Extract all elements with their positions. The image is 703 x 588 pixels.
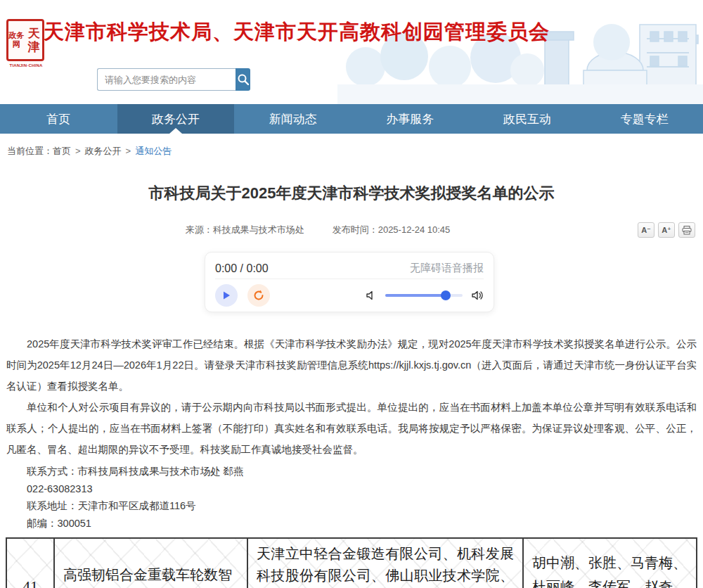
nav-item-home[interactable]: 首页 [0,104,117,134]
table-row: 41 高强韧铝合金重载车轮数智化关键技术研发与应用 天津立中轻合金锻造有限公司、… [6,538,697,588]
seal-caption: TIANJIN·CHINA [4,63,48,68]
search-input[interactable] [97,68,236,91]
site-header: 天津 政务网 TIANJIN·CHINA 天津市科学技术局、天津市天开高教科创园… [0,0,703,104]
font-larger-button[interactable]: A⁺ [658,222,675,238]
breadcrumb-gov-disclosure[interactable]: 政务公开 [85,146,122,156]
search-button[interactable] [236,68,250,91]
seal-text-right: 天津 [26,27,42,53]
breadcrumb-notices[interactable]: 通知公告 [135,146,172,156]
print-button[interactable] [678,222,695,238]
award-table: 41 高强韧铝合金重载车轮数智化关键技术研发与应用 天津立中轻合金锻造有限公司、… [6,537,697,588]
volume-slider-fill [385,294,446,297]
seal-text-left: 政务网 [8,31,25,49]
nav-item-gov-disclosure[interactable]: 政务公开 [117,104,235,134]
source-value: 科技成果与技术市场处 [213,224,304,235]
search-bar [97,68,250,91]
font-smaller-button[interactable]: A⁻ [638,222,654,238]
breadcrumb-label: 当前位置： [7,146,53,156]
publish-time-value: 2025-12-24 10:45 [378,224,451,235]
cell-project-name: 高强韧铝合金重载车轮数智化关键技术研发与应用 [54,538,247,588]
contact-line: 邮编：300051 [6,515,697,532]
breadcrumb: 当前位置：首页>政务公开>通知公告 [0,134,703,165]
replay-loop-icon [252,289,265,302]
volume-slider[interactable] [385,294,463,297]
article-body: 2025年度天津市科学技术奖评审工作已经结束。根据《天津市科学技术奖励办法》规定… [6,333,697,532]
breadcrumb-separator: > [75,146,81,156]
article-meta: 来源：科技成果与技术市场处发布时间：2025-12-24 10:45 A⁻ A⁺ [6,224,697,241]
nav-item-services[interactable]: 办事服务 [352,104,469,134]
contact-line: 联系地址：天津市和平区成都道116号 [6,497,697,515]
volume-slider-knob[interactable] [441,290,451,300]
page-title: 市科技局关于2025年度天津市科学技术奖拟授奖名单的公示 [6,183,697,204]
paragraph: 单位和个人对公示项目有异议的，请于公示期内向市科技局以书面形式提出。单位提出的，… [6,397,697,460]
play-icon [221,290,231,300]
nav-item-news[interactable]: 新闻动态 [234,104,352,134]
main-nav: 首页 政务公开 新闻动态 办事服务 政民互动 专题专栏 [0,104,703,134]
printer-icon [682,226,692,235]
search-icon [237,73,250,86]
nav-item-interaction[interactable]: 政民互动 [469,104,586,134]
replay-button[interactable] [247,284,270,307]
contact-line: 联系方式：市科技局科技成果与技术市场处 郄燕 [6,463,697,480]
breadcrumb-home[interactable]: 首页 [53,146,71,156]
volume-loud-icon[interactable] [471,290,484,301]
publish-time-label: 发布时间： [333,224,378,235]
paragraph: 2025年度天津市科学技术奖评审工作已经结束。根据《天津市科学技术奖励办法》规定… [6,333,697,397]
source-label: 来源： [186,224,213,235]
player-time: 0:00 / 0:00 [215,262,269,275]
nav-item-special-topics[interactable]: 专题专栏 [586,104,703,134]
tianjin-gov-seal-logo[interactable]: 天津 政务网 [6,19,44,61]
contact-info: 联系方式：市科技局科技成果与技术市场处 郄燕 022-63082313 联系地址… [6,463,697,532]
accessibility-audio-player: 0:00 / 0:00 无障碍语音播报 [205,252,494,312]
article: 市科技局关于2025年度天津市科学技术奖拟授奖名单的公示 来源：科技成果与技术市… [0,183,703,532]
breadcrumb-separator: > [126,146,131,156]
play-button[interactable] [215,284,238,307]
cell-organizations: 天津立中轻合金锻造有限公司、机科发展科技股份有限公司、佛山职业技术学院、天津市天… [247,538,523,588]
cell-row-number: 41 [6,538,54,588]
player-caption: 无障碍语音播报 [410,262,484,275]
award-table-scan: 41 高强韧铝合金重载车轮数智化关键技术研发与应用 天津立中轻合金锻造有限公司、… [6,537,696,588]
campus-gate-illustration [337,0,703,104]
contact-line: 022-63082313 [6,480,697,498]
site-title: 天津市科学技术局、天津市天开高教科创园管理委员会 [44,18,550,46]
cell-awardees: 胡中潮、张胜、马青梅、杜丽峰、李传军、赵奇、刘杰、杨莎 [523,538,697,588]
font-tools: A⁻ A⁺ [638,222,695,238]
volume-mute-icon[interactable] [366,290,377,301]
